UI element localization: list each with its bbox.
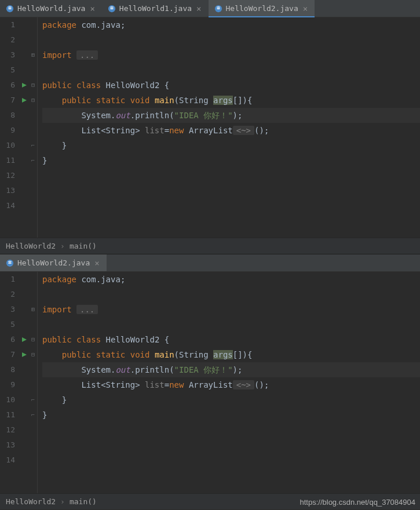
close-icon[interactable]: × [89,4,96,13]
editor-bottom: 123567891011121314 ⊞⊟⊟⌐⌐ package com.jav… [0,272,420,493]
line-number[interactable]: 11 [0,407,15,422]
chevron-right-icon: › [60,497,65,506]
breadcrumb-top[interactable]: HelloWorld2 › main() [0,238,420,254]
code-line[interactable]: List<String> list=new ArrayList<~>(); [42,377,420,392]
code-line[interactable]: } [42,138,420,153]
svg-point-0 [6,5,13,12]
line-number[interactable]: 8 [0,362,15,377]
fold-icon[interactable]: ⊟ [29,332,37,347]
line-number[interactable]: 3 [0,48,15,63]
line-number[interactable]: 1 [0,272,15,287]
editor-top: 123567891011121314 ⊞⊟⊟⌐⌐ package com.jav… [0,17,420,238]
fold-icon[interactable]: ⌐ [29,138,37,153]
code-line[interactable]: } [42,407,420,422]
line-number[interactable]: 7 [0,347,15,362]
code-line[interactable]: public static void main(String args[]){ [42,347,420,362]
tabs-top: HelloWorld.java×HelloWorld1.java×HelloWo… [0,0,420,17]
tab-helloworld2-java[interactable]: HelloWorld2.java× [0,254,107,271]
code-line[interactable]: public class HelloWorld2 { [42,78,420,93]
tab-label: HelloWorld1.java [119,4,192,13]
line-number[interactable]: 9 [0,123,15,138]
svg-marker-7 [22,352,27,357]
line-number[interactable]: 7 [0,93,15,108]
close-icon[interactable]: × [195,4,202,13]
run-gutter-icon[interactable] [20,332,29,347]
code-line[interactable] [42,168,420,183]
code-line[interactable]: public class HelloWorld2 { [42,332,420,347]
line-number[interactable]: 10 [0,392,15,407]
svg-marker-6 [22,337,27,342]
code-line[interactable]: package com.java; [42,17,420,32]
code-line[interactable]: System.out.println("IDEA 你好！"); [42,108,420,123]
run-gutter-icon[interactable] [20,93,29,108]
svg-point-5 [6,259,13,266]
line-number[interactable]: 2 [0,32,15,48]
code-line[interactable]: List<String> list=new ArrayList<~>(); [42,123,420,138]
run-gutter-icon[interactable] [20,347,29,362]
code-line[interactable]: import ... [42,48,420,63]
code-line[interactable]: System.out.println("IDEA 你好！"); [42,362,420,377]
breadcrumb-method[interactable]: main() [70,242,97,250]
line-number[interactable]: 3 [0,302,15,317]
tabs-bottom: HelloWorld2.java× [0,254,420,272]
line-number[interactable]: 2 [0,287,15,302]
tab-label: HelloWorld.java [17,4,85,13]
code-line[interactable]: } [42,392,420,407]
code-line[interactable] [42,183,420,198]
line-number[interactable]: 12 [0,168,15,183]
fold-icon[interactable]: ⌐ [29,153,37,168]
line-number[interactable]: 11 [0,153,15,168]
svg-point-2 [214,5,221,12]
tab-label: HelloWorld2.java [226,4,298,13]
tab-helloworld-java[interactable]: HelloWorld.java× [0,0,102,17]
tab-label: HelloWorld2.java [17,258,90,267]
run-gutter-icon[interactable] [20,78,29,93]
code-line[interactable]: public static void main(String args[]){ [42,93,420,108]
code-line[interactable] [42,198,420,213]
line-number[interactable]: 1 [0,17,15,32]
line-number[interactable]: 13 [0,183,15,198]
fold-icon[interactable]: ⊞ [29,302,37,317]
code-line[interactable]: import ... [42,302,420,317]
line-number[interactable]: 8 [0,108,15,123]
tab-helloworld1-java[interactable]: HelloWorld1.java× [102,0,209,17]
code-line[interactable] [42,453,420,468]
close-icon[interactable]: × [93,258,100,268]
fold-icon[interactable]: ⌐ [29,407,37,422]
code-line[interactable]: } [42,153,420,168]
svg-point-1 [108,5,115,12]
svg-marker-3 [22,83,27,88]
fold-icon[interactable]: ⊟ [29,93,37,108]
line-number[interactable]: 14 [0,453,15,468]
fold-icon[interactable]: ⊟ [29,78,37,93]
line-number[interactable]: 6 [0,78,15,93]
code-line[interactable] [42,63,420,78]
code-line[interactable]: package com.java; [42,272,420,287]
breadcrumb-class[interactable]: HelloWorld2 [6,497,56,506]
code-line[interactable] [42,317,420,332]
tab-helloworld2-java[interactable]: HelloWorld2.java× [209,0,315,17]
code-line[interactable] [42,438,420,453]
line-number[interactable]: 9 [0,377,15,392]
watermark-text: https://blog.csdn.net/qq_37084904 [300,498,416,507]
line-number[interactable]: 14 [0,198,15,213]
line-number[interactable]: 5 [0,317,15,332]
fold-icon[interactable]: ⊞ [29,48,37,63]
line-number[interactable]: 12 [0,422,15,438]
line-number[interactable]: 5 [0,63,15,78]
line-number[interactable]: 13 [0,438,15,453]
fold-icon[interactable]: ⊟ [29,347,37,362]
breadcrumb-method[interactable]: main() [70,497,97,506]
code-line[interactable] [42,422,420,438]
line-number[interactable]: 6 [0,332,15,347]
code-line[interactable] [42,32,420,48]
chevron-right-icon: › [60,242,65,250]
code-line[interactable] [42,287,420,302]
svg-marker-4 [22,98,27,103]
breadcrumb-class[interactable]: HelloWorld2 [6,242,56,250]
line-number[interactable]: 10 [0,138,15,153]
close-icon[interactable]: × [302,4,309,13]
fold-icon[interactable]: ⌐ [29,392,37,407]
